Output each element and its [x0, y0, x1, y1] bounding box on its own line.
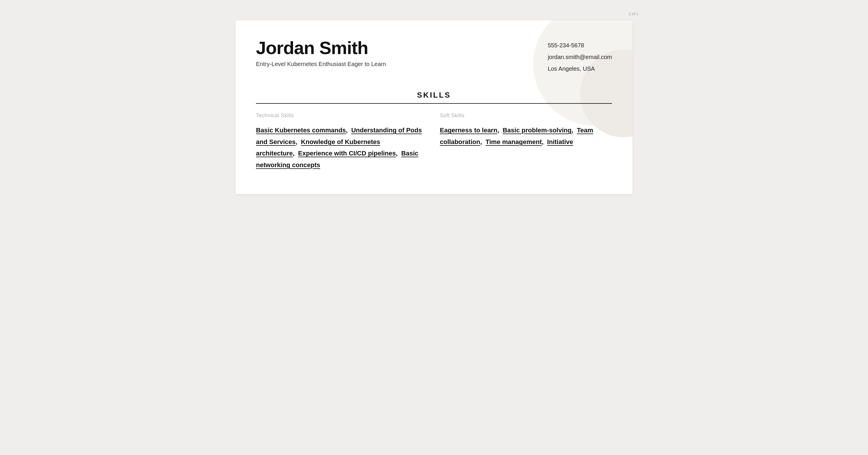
tech-separator-4: , [396, 150, 401, 157]
soft-skill-1: Eagerness to learn [440, 126, 497, 134]
tech-separator-3: , [293, 150, 298, 157]
tech-separator-1: , [346, 126, 351, 134]
section-divider [256, 103, 612, 104]
soft-separator-1: , [497, 126, 503, 134]
tech-separator-2: , [296, 138, 301, 145]
candidate-subtitle: Entry-Level Kubernetes Enthusiast Eager … [256, 61, 548, 67]
page-number: 1 of 1 [629, 12, 638, 16]
technical-skills-list: Basic Kubernetes commands, Understanding… [256, 124, 428, 171]
phone-number: 555-234-5678 [548, 41, 612, 50]
soft-skill-5: Initiative [547, 138, 573, 145]
technical-skills-column: Technical Skills Basic Kubernetes comman… [256, 113, 428, 171]
soft-skill-4: Time management [485, 138, 542, 145]
soft-separator-4: , [542, 138, 547, 145]
soft-skills-list: Eagerness to learn, Basic problem-solvin… [440, 124, 612, 148]
soft-separator-2: , [571, 126, 577, 134]
tech-skill-4: Experience with CI/CD pipelines [298, 150, 396, 157]
header-section: Jordan Smith Entry-Level Kubernetes Enth… [256, 38, 612, 76]
candidate-name: Jordan Smith [256, 38, 548, 58]
soft-skill-2: Basic problem-solving [503, 126, 571, 134]
soft-skills-column: Soft Skills Eagerness to learn, Basic pr… [440, 113, 612, 171]
technical-skills-label: Technical Skills [256, 113, 428, 119]
header-left: Jordan Smith Entry-Level Kubernetes Enth… [256, 38, 548, 67]
email-address: jordan.smith@email.com [548, 53, 612, 61]
tech-skill-1: Basic Kubernetes commands [256, 126, 346, 134]
location: Los Angeles, USA [548, 64, 612, 73]
skills-grid: Technical Skills Basic Kubernetes comman… [256, 113, 612, 171]
resume-content: Jordan Smith Entry-Level Kubernetes Enth… [256, 38, 612, 171]
skills-section-title: SKILLS [256, 91, 612, 99]
soft-separator-3: , [480, 138, 485, 145]
resume-paper: Jordan Smith Entry-Level Kubernetes Enth… [236, 21, 632, 194]
header-right: 555-234-5678 jordan.smith@email.com Los … [548, 38, 612, 76]
skills-section: SKILLS Technical Skills Basic Kubernetes… [256, 91, 612, 171]
soft-skills-label: Soft Skills [440, 113, 612, 119]
page-container: 1 of 1 Jordan Smith Entry-Level Kubernet… [230, 12, 638, 203]
